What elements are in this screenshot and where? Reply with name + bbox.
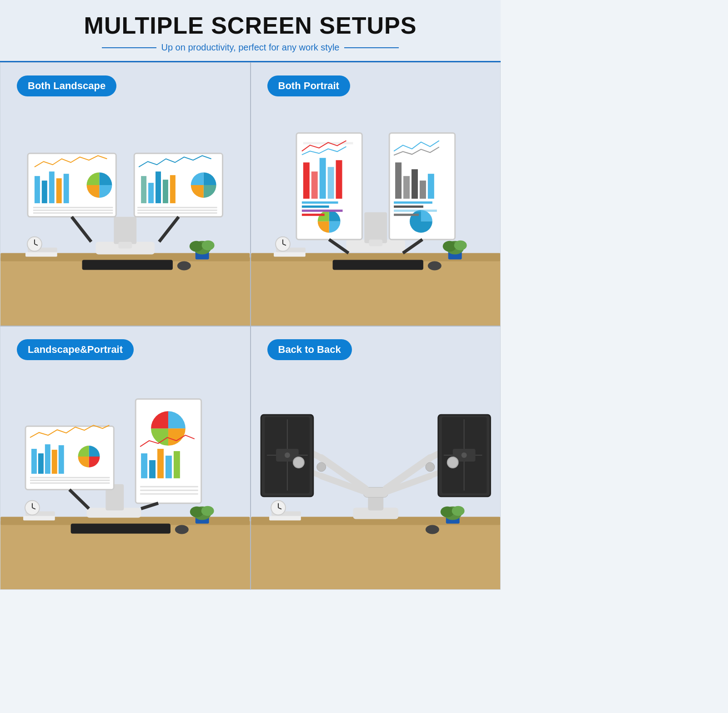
svg-rect-64 xyxy=(394,206,423,208)
svg-rect-50 xyxy=(336,160,342,199)
svg-point-80 xyxy=(454,241,467,251)
svg-rect-101 xyxy=(166,456,172,478)
svg-rect-23 xyxy=(137,210,217,211)
cell-both-landscape: Both Landscape xyxy=(0,62,251,326)
landscape-scene-svg xyxy=(0,63,250,326)
svg-rect-102 xyxy=(174,451,180,478)
svg-rect-24 xyxy=(137,212,217,214)
svg-rect-120 xyxy=(251,522,500,589)
svg-rect-9 xyxy=(56,178,62,203)
svg-rect-95 xyxy=(30,482,110,484)
svg-point-29 xyxy=(177,261,191,271)
svg-rect-4 xyxy=(114,217,136,244)
svg-rect-89 xyxy=(45,444,50,474)
svg-rect-18 xyxy=(156,171,161,203)
label-landscape-portrait: Landscape&Portrait xyxy=(17,339,134,360)
cell-back-to-back: Back to Back xyxy=(251,326,501,590)
svg-point-157 xyxy=(452,506,464,516)
main-title: MULTIPLE SCREEN SETUPS xyxy=(9,13,492,39)
svg-rect-61 xyxy=(427,174,434,199)
svg-rect-87 xyxy=(31,449,37,474)
svg-rect-14 xyxy=(33,212,113,214)
cell-both-portrait: Both Portrait xyxy=(251,62,501,326)
svg-rect-19 xyxy=(163,180,168,203)
svg-point-38 xyxy=(202,241,215,251)
svg-point-37 xyxy=(190,241,203,252)
svg-rect-8 xyxy=(49,171,55,203)
svg-rect-59 xyxy=(411,169,417,199)
svg-point-109 xyxy=(175,525,189,534)
svg-rect-49 xyxy=(327,167,334,199)
back-to-back-scene-svg xyxy=(251,326,501,589)
svg-rect-13 xyxy=(33,210,113,211)
page-wrapper: MULTIPLE SCREEN SETUPS Up on productivit… xyxy=(0,0,501,590)
svg-rect-60 xyxy=(419,181,426,199)
svg-rect-48 xyxy=(319,158,326,199)
svg-rect-72 xyxy=(274,252,306,257)
svg-rect-149 xyxy=(269,516,301,521)
subtitle-line-left xyxy=(102,47,156,48)
svg-rect-93 xyxy=(30,477,110,478)
svg-rect-70 xyxy=(332,260,423,270)
svg-rect-63 xyxy=(394,201,432,204)
svg-rect-27 xyxy=(118,242,132,249)
svg-point-144 xyxy=(461,452,467,458)
svg-rect-55 xyxy=(301,214,324,216)
svg-point-71 xyxy=(427,261,441,271)
label-back-to-back: Back to Back xyxy=(267,339,352,360)
svg-rect-43 xyxy=(364,212,387,243)
label-both-landscape: Both Landscape xyxy=(17,75,116,96)
svg-rect-65 xyxy=(394,210,437,212)
svg-rect-22 xyxy=(137,207,217,208)
svg-rect-98 xyxy=(141,453,147,478)
cell-landscape-portrait: Landscape&Portrait xyxy=(0,326,251,590)
svg-rect-16 xyxy=(141,176,146,203)
svg-rect-100 xyxy=(157,449,164,478)
svg-rect-12 xyxy=(33,207,113,208)
portrait-scene-svg xyxy=(251,63,501,326)
svg-rect-30 xyxy=(25,252,57,257)
setup-grid: Both Landscape xyxy=(0,61,501,590)
svg-rect-66 xyxy=(394,214,419,216)
svg-rect-46 xyxy=(303,162,309,199)
svg-rect-47 xyxy=(311,171,317,199)
svg-rect-10 xyxy=(64,174,69,203)
svg-point-146 xyxy=(447,457,458,468)
svg-rect-99 xyxy=(149,460,156,478)
svg-point-118 xyxy=(201,506,214,516)
svg-point-147 xyxy=(316,462,326,472)
subtitle-row: Up on productivity, perfect for any work… xyxy=(9,42,492,53)
subtitle-line-right xyxy=(344,47,399,48)
svg-rect-110 xyxy=(23,516,55,521)
svg-rect-53 xyxy=(301,206,329,208)
label-both-portrait: Both Portrait xyxy=(267,75,350,96)
svg-rect-52 xyxy=(301,201,338,204)
svg-rect-20 xyxy=(170,175,176,203)
svg-rect-7 xyxy=(42,181,47,203)
svg-rect-90 xyxy=(52,450,57,474)
svg-rect-108 xyxy=(71,524,171,534)
svg-rect-58 xyxy=(403,176,410,199)
svg-rect-88 xyxy=(38,453,44,474)
svg-rect-69 xyxy=(369,240,382,246)
svg-rect-103 xyxy=(140,486,198,487)
svg-rect-28 xyxy=(82,260,173,270)
svg-rect-57 xyxy=(395,162,402,199)
subtitle-text: Up on productivity, perfect for any work… xyxy=(161,42,339,53)
svg-point-158 xyxy=(425,525,439,534)
svg-rect-6 xyxy=(35,176,40,203)
svg-rect-54 xyxy=(301,210,342,212)
svg-point-145 xyxy=(293,457,304,468)
svg-point-148 xyxy=(425,462,434,472)
mixed-scene-svg xyxy=(0,326,250,589)
svg-point-138 xyxy=(284,452,290,458)
svg-rect-105 xyxy=(140,493,198,495)
svg-rect-104 xyxy=(140,490,198,491)
svg-rect-91 xyxy=(59,445,64,474)
svg-rect-94 xyxy=(30,480,110,481)
svg-rect-17 xyxy=(148,183,154,203)
header: MULTIPLE SCREEN SETUPS Up on productivit… xyxy=(0,0,501,61)
